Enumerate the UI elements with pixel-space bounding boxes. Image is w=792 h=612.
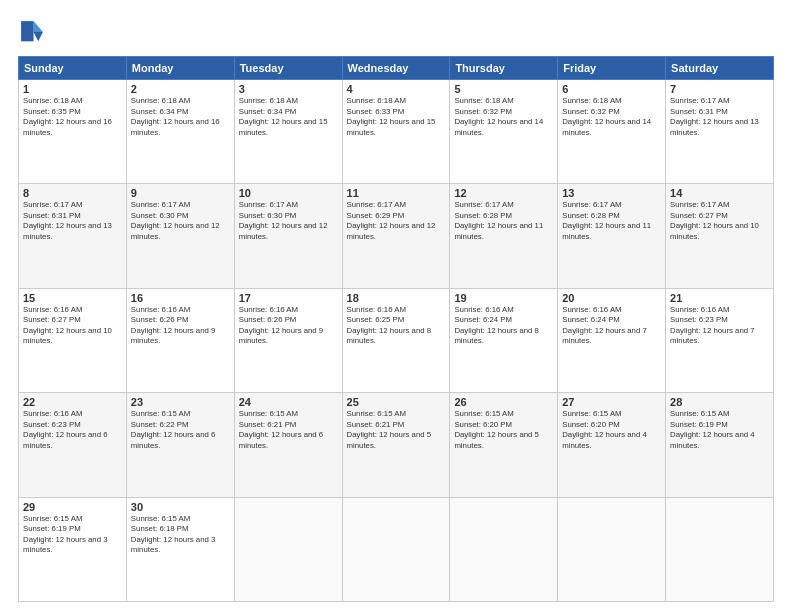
day-info: Sunrise: 6:15 AMSunset: 6:18 PMDaylight:… <box>131 514 230 556</box>
day-number: 19 <box>454 292 553 304</box>
table-row: 16 Sunrise: 6:16 AMSunset: 6:26 PMDaylig… <box>126 288 234 392</box>
day-info: Sunrise: 6:15 AMSunset: 6:20 PMDaylight:… <box>562 409 661 451</box>
svg-marker-1 <box>34 32 43 41</box>
calendar-row: 1 Sunrise: 6:18 AMSunset: 6:35 PMDayligh… <box>19 80 774 184</box>
day-info: Sunrise: 6:15 AMSunset: 6:21 PMDaylight:… <box>347 409 446 451</box>
table-row: 23 Sunrise: 6:15 AMSunset: 6:22 PMDaylig… <box>126 393 234 497</box>
day-number: 15 <box>23 292 122 304</box>
day-info: Sunrise: 6:17 AMSunset: 6:27 PMDaylight:… <box>670 200 769 242</box>
day-number: 1 <box>23 83 122 95</box>
day-number: 18 <box>347 292 446 304</box>
day-info: Sunrise: 6:15 AMSunset: 6:19 PMDaylight:… <box>670 409 769 451</box>
day-info: Sunrise: 6:15 AMSunset: 6:22 PMDaylight:… <box>131 409 230 451</box>
day-info: Sunrise: 6:18 AMSunset: 6:34 PMDaylight:… <box>131 96 230 138</box>
logo <box>18 18 50 46</box>
table-row: 25 Sunrise: 6:15 AMSunset: 6:21 PMDaylig… <box>342 393 450 497</box>
day-number: 11 <box>347 187 446 199</box>
logo-icon <box>18 18 46 46</box>
day-info: Sunrise: 6:15 AMSunset: 6:21 PMDaylight:… <box>239 409 338 451</box>
table-row: 5 Sunrise: 6:18 AMSunset: 6:32 PMDayligh… <box>450 80 558 184</box>
table-row: 3 Sunrise: 6:18 AMSunset: 6:34 PMDayligh… <box>234 80 342 184</box>
table-row: 9 Sunrise: 6:17 AMSunset: 6:30 PMDayligh… <box>126 184 234 288</box>
calendar-table: Sunday Monday Tuesday Wednesday Thursday… <box>18 56 774 602</box>
day-number: 13 <box>562 187 661 199</box>
table-row: 2 Sunrise: 6:18 AMSunset: 6:34 PMDayligh… <box>126 80 234 184</box>
day-info: Sunrise: 6:18 AMSunset: 6:35 PMDaylight:… <box>23 96 122 138</box>
day-info: Sunrise: 6:18 AMSunset: 6:32 PMDaylight:… <box>562 96 661 138</box>
table-row: 13 Sunrise: 6:17 AMSunset: 6:28 PMDaylig… <box>558 184 666 288</box>
svg-marker-0 <box>34 21 43 32</box>
day-number: 5 <box>454 83 553 95</box>
day-info: Sunrise: 6:15 AMSunset: 6:20 PMDaylight:… <box>454 409 553 451</box>
table-row: 19 Sunrise: 6:16 AMSunset: 6:24 PMDaylig… <box>450 288 558 392</box>
day-number: 8 <box>23 187 122 199</box>
table-row: 20 Sunrise: 6:16 AMSunset: 6:24 PMDaylig… <box>558 288 666 392</box>
day-number: 29 <box>23 501 122 513</box>
day-number: 22 <box>23 396 122 408</box>
page: Sunday Monday Tuesday Wednesday Thursday… <box>0 0 792 612</box>
day-info: Sunrise: 6:16 AMSunset: 6:23 PMDaylight:… <box>23 409 122 451</box>
col-monday: Monday <box>126 57 234 80</box>
day-info: Sunrise: 6:17 AMSunset: 6:28 PMDaylight:… <box>454 200 553 242</box>
table-row: 26 Sunrise: 6:15 AMSunset: 6:20 PMDaylig… <box>450 393 558 497</box>
day-number: 28 <box>670 396 769 408</box>
table-row: 7 Sunrise: 6:17 AMSunset: 6:31 PMDayligh… <box>666 80 774 184</box>
day-number: 12 <box>454 187 553 199</box>
day-number: 17 <box>239 292 338 304</box>
day-number: 2 <box>131 83 230 95</box>
day-number: 21 <box>670 292 769 304</box>
table-row <box>666 497 774 601</box>
svg-rect-2 <box>21 21 33 41</box>
calendar-row: 29 Sunrise: 6:15 AMSunset: 6:19 PMDaylig… <box>19 497 774 601</box>
day-number: 24 <box>239 396 338 408</box>
table-row: 10 Sunrise: 6:17 AMSunset: 6:30 PMDaylig… <box>234 184 342 288</box>
header <box>18 18 774 46</box>
day-number: 27 <box>562 396 661 408</box>
table-row: 28 Sunrise: 6:15 AMSunset: 6:19 PMDaylig… <box>666 393 774 497</box>
table-row: 1 Sunrise: 6:18 AMSunset: 6:35 PMDayligh… <box>19 80 127 184</box>
day-number: 14 <box>670 187 769 199</box>
day-number: 26 <box>454 396 553 408</box>
day-info: Sunrise: 6:17 AMSunset: 6:30 PMDaylight:… <box>239 200 338 242</box>
table-row <box>342 497 450 601</box>
table-row: 24 Sunrise: 6:15 AMSunset: 6:21 PMDaylig… <box>234 393 342 497</box>
day-info: Sunrise: 6:18 AMSunset: 6:33 PMDaylight:… <box>347 96 446 138</box>
day-info: Sunrise: 6:18 AMSunset: 6:32 PMDaylight:… <box>454 96 553 138</box>
table-row <box>450 497 558 601</box>
table-row <box>234 497 342 601</box>
table-row: 21 Sunrise: 6:16 AMSunset: 6:23 PMDaylig… <box>666 288 774 392</box>
day-info: Sunrise: 6:16 AMSunset: 6:27 PMDaylight:… <box>23 305 122 347</box>
day-number: 7 <box>670 83 769 95</box>
table-row: 6 Sunrise: 6:18 AMSunset: 6:32 PMDayligh… <box>558 80 666 184</box>
day-info: Sunrise: 6:16 AMSunset: 6:23 PMDaylight:… <box>670 305 769 347</box>
calendar-row: 22 Sunrise: 6:16 AMSunset: 6:23 PMDaylig… <box>19 393 774 497</box>
table-row: 27 Sunrise: 6:15 AMSunset: 6:20 PMDaylig… <box>558 393 666 497</box>
day-number: 20 <box>562 292 661 304</box>
day-number: 3 <box>239 83 338 95</box>
col-thursday: Thursday <box>450 57 558 80</box>
day-number: 30 <box>131 501 230 513</box>
day-info: Sunrise: 6:17 AMSunset: 6:31 PMDaylight:… <box>670 96 769 138</box>
day-info: Sunrise: 6:17 AMSunset: 6:31 PMDaylight:… <box>23 200 122 242</box>
col-saturday: Saturday <box>666 57 774 80</box>
day-info: Sunrise: 6:16 AMSunset: 6:24 PMDaylight:… <box>562 305 661 347</box>
day-number: 25 <box>347 396 446 408</box>
day-number: 16 <box>131 292 230 304</box>
table-row: 12 Sunrise: 6:17 AMSunset: 6:28 PMDaylig… <box>450 184 558 288</box>
day-number: 10 <box>239 187 338 199</box>
table-row: 22 Sunrise: 6:16 AMSunset: 6:23 PMDaylig… <box>19 393 127 497</box>
table-row: 18 Sunrise: 6:16 AMSunset: 6:25 PMDaylig… <box>342 288 450 392</box>
day-info: Sunrise: 6:16 AMSunset: 6:24 PMDaylight:… <box>454 305 553 347</box>
header-row: Sunday Monday Tuesday Wednesday Thursday… <box>19 57 774 80</box>
col-tuesday: Tuesday <box>234 57 342 80</box>
day-info: Sunrise: 6:17 AMSunset: 6:30 PMDaylight:… <box>131 200 230 242</box>
col-sunday: Sunday <box>19 57 127 80</box>
day-info: Sunrise: 6:18 AMSunset: 6:34 PMDaylight:… <box>239 96 338 138</box>
day-info: Sunrise: 6:15 AMSunset: 6:19 PMDaylight:… <box>23 514 122 556</box>
day-info: Sunrise: 6:16 AMSunset: 6:26 PMDaylight:… <box>131 305 230 347</box>
table-row: 15 Sunrise: 6:16 AMSunset: 6:27 PMDaylig… <box>19 288 127 392</box>
day-number: 6 <box>562 83 661 95</box>
col-wednesday: Wednesday <box>342 57 450 80</box>
table-row: 30 Sunrise: 6:15 AMSunset: 6:18 PMDaylig… <box>126 497 234 601</box>
table-row: 29 Sunrise: 6:15 AMSunset: 6:19 PMDaylig… <box>19 497 127 601</box>
